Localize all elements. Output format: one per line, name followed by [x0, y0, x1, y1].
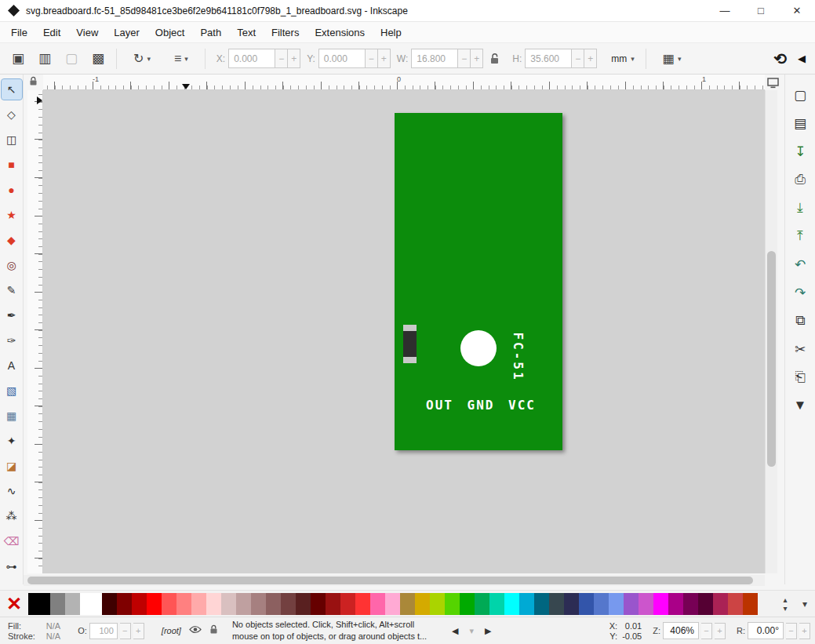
menu-file[interactable]: File	[3, 24, 35, 42]
palette-swatch[interactable]	[162, 593, 176, 615]
zorder-dropdown[interactable]: ≡ ▾	[169, 49, 194, 69]
horizontal-ruler[interactable]: -101	[43, 75, 765, 90]
spray-tool[interactable]: ⁂	[2, 506, 22, 526]
new-document-button[interactable]: ▢	[788, 84, 812, 106]
fill-stroke-indicator[interactable]: Fill: N/A Stroke: N/A	[0, 621, 60, 641]
menu-extensions[interactable]: Extensions	[307, 24, 373, 42]
palette-swatch[interactable]	[415, 593, 430, 615]
nav-menu-icon[interactable]: ▾	[469, 626, 474, 636]
palette-swatch[interactable]	[653, 593, 668, 615]
palette-swatch[interactable]	[639, 593, 653, 615]
palette-swatch[interactable]	[460, 593, 475, 615]
star-tool[interactable]: ★	[2, 205, 22, 225]
menu-help[interactable]: Help	[373, 24, 409, 42]
vertical-scrollbar-thumb[interactable]	[767, 251, 776, 467]
palette-swatch[interactable]	[50, 593, 65, 615]
palette-swatch[interactable]	[504, 593, 519, 615]
palette-swatch[interactable]	[326, 593, 340, 615]
palette-swatch[interactable]	[713, 593, 728, 615]
dropper-tool[interactable]: ✦	[2, 431, 22, 451]
x-input[interactable]: 0.000	[228, 49, 275, 68]
select-all-layers-button[interactable]: ▥	[31, 47, 58, 71]
palette-swatch[interactable]	[400, 593, 415, 615]
x-increment-button[interactable]: +	[288, 49, 300, 68]
opacity-input[interactable]: 100	[89, 623, 118, 639]
panel-collapse-arrow-icon[interactable]: ◀	[791, 53, 815, 64]
redo-button[interactable]: ↷	[788, 282, 812, 304]
mesh-gradient-tool[interactable]: ▦	[2, 406, 22, 426]
horizontal-scrollbar-thumb[interactable]	[27, 577, 753, 584]
close-button[interactable]: ✕	[779, 0, 815, 21]
select-all-button[interactable]: ▣	[5, 47, 31, 71]
rotation-increment-button[interactable]: +	[799, 623, 810, 639]
palette-swatch[interactable]	[311, 593, 326, 615]
palette-swatch[interactable]	[251, 593, 266, 615]
menu-object[interactable]: Object	[147, 24, 193, 42]
selection-touch-button[interactable]: ▩	[85, 47, 111, 71]
palette-swatch[interactable]	[534, 593, 549, 615]
palette-swatch[interactable]	[266, 593, 281, 615]
rotation-input[interactable]: 0.00°	[748, 622, 784, 639]
ellipse-tool[interactable]: ●	[2, 180, 22, 200]
width-decrement-button[interactable]: −	[458, 49, 471, 68]
maximize-button[interactable]: □	[743, 0, 779, 21]
height-decrement-button[interactable]: −	[572, 49, 584, 68]
palette-swatch[interactable]	[147, 593, 162, 615]
deselect-button[interactable]: ▢	[58, 47, 85, 71]
minimize-button[interactable]: —	[707, 0, 743, 21]
scale-options-dropdown[interactable]: ▦ ▾	[657, 48, 687, 69]
paste-button[interactable]: ⎗	[788, 366, 812, 388]
gradient-tool[interactable]: ▧	[2, 380, 22, 401]
opacity-decrement-button[interactable]: −	[120, 623, 131, 639]
more-commands-button[interactable]: ▼	[788, 395, 812, 417]
palette-swatch[interactable]	[519, 593, 534, 615]
palette-swatch[interactable]	[28, 593, 50, 615]
no-color-button[interactable]: ✕	[0, 593, 28, 615]
units-dropdown[interactable]: mm ▾	[605, 50, 641, 67]
palette-swatch[interactable]	[698, 593, 713, 615]
import-button[interactable]: ⤓	[788, 197, 812, 219]
palette-swatch[interactable]	[65, 593, 80, 615]
palette-swatch[interactable]	[370, 593, 385, 615]
palette-swatch[interactable]	[340, 593, 355, 615]
rotation-decrement-button[interactable]: −	[786, 623, 797, 639]
menu-edit[interactable]: Edit	[35, 24, 68, 42]
save-document-button[interactable]: ↧	[788, 140, 812, 162]
palette-swatch[interactable]	[564, 593, 579, 615]
spiral-tool[interactable]: ◎	[2, 255, 22, 275]
palette-swatch[interactable]	[221, 593, 236, 615]
prev-arrow-icon[interactable]: ◀	[452, 626, 458, 636]
current-layer-label[interactable]: [root]	[162, 626, 181, 635]
palette-swatch[interactable]	[728, 593, 743, 615]
width-input[interactable]: 16.800	[411, 49, 458, 68]
palette-swatch[interactable]	[430, 593, 445, 615]
palette-menu-icon[interactable]: ▾	[795, 599, 815, 609]
palette-swatch[interactable]	[296, 593, 311, 615]
palette-swatch[interactable]	[489, 593, 504, 615]
box-3d-tool[interactable]: ◆	[2, 230, 22, 250]
rotate-flip-dropdown[interactable]: ↻ ▾	[128, 48, 156, 69]
palette-swatch[interactable]	[355, 593, 370, 615]
palette-swatch[interactable]	[281, 593, 296, 615]
node-editor-tool[interactable]: ◇	[2, 104, 22, 125]
palette-swatch[interactable]	[176, 593, 191, 615]
menu-layer[interactable]: Layer	[106, 24, 147, 42]
mounting-hole[interactable]	[460, 330, 497, 366]
menu-filters[interactable]: Filters	[264, 24, 307, 42]
palette-swatch[interactable]	[743, 593, 758, 615]
next-arrow-icon[interactable]: ▶	[485, 626, 491, 636]
palette-swatch[interactable]	[236, 593, 251, 615]
palette-swatch[interactable]	[117, 593, 132, 615]
horizontal-scrollbar[interactable]	[24, 575, 765, 586]
pcb-board[interactable]: FC-51 OUT GND VCC	[395, 113, 562, 450]
calligraphy-tool[interactable]: ✑	[2, 330, 22, 351]
opacity-increment-button[interactable]: +	[133, 623, 144, 639]
vertical-ruler[interactable]	[27, 90, 43, 573]
lock-guides-icon[interactable]	[29, 75, 38, 89]
height-input[interactable]: 35.600	[525, 49, 572, 68]
zoom-input[interactable]: 406%	[663, 622, 699, 639]
monitor-icon[interactable]	[766, 76, 780, 89]
pencil-tool[interactable]: ✎	[2, 280, 22, 300]
palette-swatch[interactable]	[549, 593, 564, 615]
vertical-scrollbar[interactable]	[765, 90, 777, 573]
